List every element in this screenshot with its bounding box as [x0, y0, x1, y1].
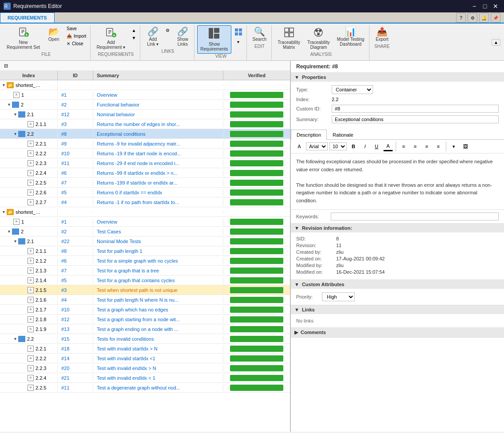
move-up-button[interactable]: ▲	[129, 27, 138, 34]
traceability-diagram-button[interactable]: TraceabilityDiagram	[304, 25, 333, 52]
collapse-all-button[interactable]: ⊟	[2, 62, 10, 70]
show-links-button[interactable]: 🔗 ShowLinks	[173, 25, 192, 49]
grid-options-button[interactable]	[232, 27, 245, 38]
table-row[interactable]: ≡2.2.3#20Test with invalid endIdx > N	[0, 363, 290, 373]
text-style-icon[interactable]: A	[294, 142, 304, 151]
table-row[interactable]: ▼📁shortest_path_tests_reqs	[0, 207, 290, 217]
expand-icon[interactable]: ▼	[13, 132, 17, 136]
table-row[interactable]: ≡2.1.1#3Returns the number of edges in s…	[0, 119, 290, 129]
close-file-button[interactable]: ✕ Close	[64, 40, 88, 47]
move-down-button[interactable]: ▼	[129, 35, 138, 41]
tab-rationale[interactable]: Rationale	[327, 130, 359, 140]
custom-id-input[interactable]	[332, 105, 499, 113]
links-section-header[interactable]: ▼ Links	[291, 305, 504, 314]
expand-icon[interactable]: ▼	[13, 239, 17, 244]
model-testing-button[interactable]: 📊 Model TestingDashboard	[334, 25, 368, 52]
expand-icon[interactable]: ▼	[13, 112, 17, 117]
text-color-button[interactable]: A	[383, 142, 393, 151]
table-row[interactable]: ≡2.1.7#10Test a graph which has no edges	[0, 305, 290, 315]
table-row[interactable]: ≡2.2.5#7Returns -199 if startIdx or endI…	[0, 178, 290, 188]
table-row[interactable]: ≡2.2.2#10Returns -19 if the start node i…	[0, 149, 290, 158]
open-button[interactable]: 📂 Open	[44, 25, 63, 52]
table-row[interactable]: ≡2.1.3#7Test for a graph that is a tree	[0, 266, 290, 276]
revision-section-header[interactable]: ▼ Revision information:	[291, 224, 504, 232]
properties-content: Type: Container Requirement Index: 2.2 C…	[291, 82, 504, 130]
expand-icon[interactable]: ▼	[2, 210, 6, 214]
table-row[interactable]: ≡2.2.2#14Test with invalid startIdx <1	[0, 354, 290, 363]
list-options-button[interactable]: ▾	[449, 142, 459, 151]
minimize-button[interactable]: −	[469, 1, 479, 11]
table-row[interactable]: ▼2.2#15Tests for invalid conditions	[0, 334, 290, 344]
custom-attributes-header[interactable]: ▼ Custom Attributes	[291, 280, 504, 289]
table-row[interactable]: ≡1#1Overview	[0, 217, 290, 227]
import-button[interactable]: 📥 Import	[64, 33, 88, 39]
search-button[interactable]: 🔍 Search	[250, 25, 270, 44]
table-row[interactable]: ▼2#2Test Cases	[0, 227, 290, 236]
table-row[interactable]: ▼📁shortest_path_func_reqs	[0, 80, 290, 90]
cell-id: #7	[58, 179, 93, 186]
expand-icon[interactable]: ▼	[7, 229, 11, 234]
save-button[interactable]: Save	[64, 25, 88, 32]
table-row[interactable]: ≡2.1.5#3Test when shortest path is not u…	[0, 285, 290, 295]
table-row[interactable]: ≡1#1Overview	[0, 90, 290, 100]
add-requirement-button[interactable]: + AddRequirement ▾	[93, 25, 128, 52]
comments-section-header[interactable]: ▶ Comments	[291, 328, 504, 337]
table-row[interactable]: ≡2.2.7#4Returns -1 if no path from start…	[0, 197, 290, 207]
table-row[interactable]: ≡2.2.4#6Returns -99 if startIdx or endId…	[0, 168, 290, 178]
insert-image-button[interactable]: 🖼	[460, 142, 470, 151]
pin-icon[interactable]: 📌	[491, 13, 500, 23]
align-left-button[interactable]: ≡	[399, 142, 409, 151]
expand-icon[interactable]: ▼	[2, 83, 6, 87]
priority-select[interactable]: Low Medium High Critical	[322, 292, 355, 301]
table-row[interactable]: ▼2#2Functional behavior	[0, 100, 290, 110]
help-button[interactable]: ?	[456, 13, 466, 23]
grid-down-button[interactable]: ▾	[232, 39, 245, 45]
toolbar-collapse-button[interactable]: ▲	[492, 39, 500, 46]
bell-icon[interactable]: 🔔	[479, 13, 489, 23]
align-center-button[interactable]: ≡	[410, 142, 420, 151]
tab-requirements[interactable]: REQUIREMENTS	[0, 12, 55, 23]
summary-input[interactable]	[332, 115, 499, 123]
underline-button[interactable]: U	[372, 142, 381, 151]
new-requirement-set-button[interactable]: + New Requirement Set	[4, 25, 43, 52]
table-row[interactable]: ≡2.2.1#9Returns -9 for invalid adjacency…	[0, 139, 290, 149]
description-area[interactable]: The following exceptional cases should b…	[291, 154, 504, 209]
font-size-select[interactable]: 10	[329, 142, 347, 150]
properties-section-header[interactable]: ▼ Properties	[291, 73, 504, 82]
keywords-input[interactable]	[331, 213, 499, 220]
table-row[interactable]: ▼2.2#8Exceptional conditions	[0, 129, 290, 139]
align-right-button[interactable]: ≡	[422, 142, 432, 151]
expand-icon[interactable]: ▼	[7, 102, 11, 107]
table-row[interactable]: ▼2.1#22Nominal Mode Tests	[0, 236, 290, 246]
table-row[interactable]: ≡2.1.2#6Test for a simple graph with no …	[0, 256, 290, 266]
tab-description[interactable]: Description	[291, 130, 327, 140]
table-row[interactable]: ≡2.2.1#18Test with invalid startIdx > N	[0, 344, 290, 354]
index-text: 2.1.8	[36, 317, 46, 322]
bold-button[interactable]: B	[349, 142, 358, 151]
table-row[interactable]: ≡2.2.3#11Returns -29 if end node is enco…	[0, 158, 290, 168]
settings-icon[interactable]: ⚙	[468, 13, 477, 23]
show-requirements-button[interactable]: ShowRequirements	[197, 25, 231, 54]
close-button[interactable]: ✕	[491, 1, 500, 11]
table-row[interactable]: ≡2.1.4#5Test for a graph that contains c…	[0, 276, 290, 285]
table-row[interactable]: ≡2.2.5#11Test a degenerate graph without…	[0, 383, 290, 393]
table-row[interactable]: ≡2.1.8#12Test a graph starting from a no…	[0, 315, 290, 324]
table-row[interactable]: ≡2.1.1#8Test for path length 1	[0, 246, 290, 256]
maximize-button[interactable]: □	[480, 1, 490, 11]
traceability-matrix-button[interactable]: TraceabilityMatrix	[274, 25, 303, 52]
justify-button[interactable]: ≡	[433, 142, 443, 151]
table-row[interactable]: ≡2.2.6#5Returns 0 if startIdx == endIdx	[0, 188, 290, 197]
link-settings-button[interactable]: ⚙	[163, 27, 172, 34]
export-button[interactable]: 📤 Export	[372, 25, 392, 44]
expand-icon[interactable]: ▼	[13, 337, 17, 341]
revision-label: Revision:	[296, 243, 336, 248]
table-row[interactable]: ≡2.1.6#4Test for path length N where N i…	[0, 295, 290, 305]
font-family-select[interactable]: Arial	[306, 142, 328, 150]
italic-button[interactable]: I	[360, 142, 370, 151]
verified-bar	[230, 297, 283, 303]
table-row[interactable]: ▼2.1#12Nominal behavior	[0, 110, 290, 119]
table-row[interactable]: ≡2.2.4#21Test with invalid endIdx < 1	[0, 373, 290, 383]
type-select[interactable]: Container Requirement	[332, 85, 373, 94]
add-link-button[interactable]: 🔗 AddLink ▾	[143, 25, 163, 49]
table-row[interactable]: ≡2.1.9#13Test a graph ending on a node w…	[0, 324, 290, 334]
